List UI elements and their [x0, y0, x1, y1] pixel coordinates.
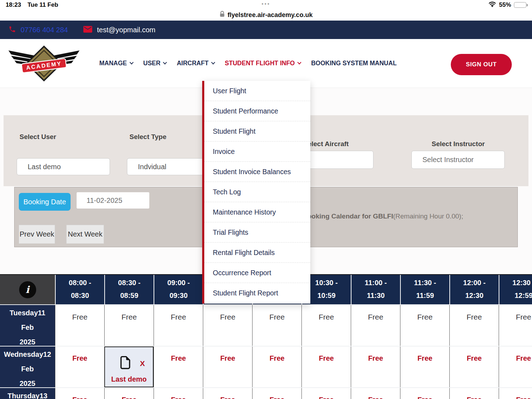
phone-link[interactable]: 07766 404 284 — [9, 26, 68, 34]
calendar-row-wednesday: Wednesday12Feb2025 Free X Last demo Free… — [0, 346, 532, 387]
student-flight-info-dropdown: User Flight Student Performance Student … — [202, 81, 310, 304]
slot-cell[interactable]: Free — [154, 388, 203, 399]
email-address[interactable]: test@yopmail.com — [97, 26, 155, 34]
slot-cell[interactable]: Free — [499, 305, 532, 346]
booking-date-button[interactable]: Booking Date — [19, 193, 71, 211]
nav-user[interactable]: USER — [143, 60, 167, 67]
dropdown-item-occurrence-report[interactable]: Occurrence Report — [204, 263, 310, 283]
dropdown-item-user-flight[interactable]: User Flight — [204, 81, 310, 101]
info-header-cell: i — [0, 275, 55, 304]
slot-cell[interactable]: Free — [400, 305, 449, 346]
dropdown-item-student-performance[interactable]: Student Performance — [204, 101, 310, 121]
slot-cell[interactable]: Free — [301, 388, 351, 399]
slot-cell[interactable]: Free — [154, 347, 203, 387]
select-aircraft-input[interactable] — [300, 151, 373, 169]
select-user-input[interactable] — [17, 158, 110, 175]
dropdown-item-trial-flights[interactable]: Trial Flights — [204, 222, 310, 243]
time-slot-header: 12:30 -12:59 — [499, 275, 532, 304]
lock-icon — [220, 11, 225, 19]
dropdown-item-invoice[interactable]: Invoice — [204, 142, 310, 162]
slot-cell[interactable]: Free — [301, 347, 351, 387]
slot-cell[interactable]: Free — [55, 388, 104, 399]
prev-week-button[interactable]: Prev Week — [19, 225, 55, 244]
battery-percent: 55% — [499, 1, 511, 9]
slot-cell[interactable]: Free — [499, 388, 532, 399]
day-label-cell: Thursday13Feb2025 — [0, 388, 55, 399]
multitask-dots-icon[interactable]: ••• — [262, 1, 271, 7]
time-slot-header: 08:00 -08:30 — [55, 275, 104, 304]
select-instructor-label: Select Instructor — [432, 140, 485, 148]
contact-bar: 07766 404 284 test@yopmail.com — [0, 21, 532, 39]
sign-out-button[interactable]: SIGN OUT — [451, 54, 512, 75]
slot-cell[interactable]: Free — [154, 305, 203, 346]
select-user-label: Select User — [20, 133, 56, 141]
wifi-icon — [488, 1, 496, 9]
select-instructor-input[interactable] — [411, 151, 505, 169]
slot-cell[interactable]: Free — [55, 347, 104, 387]
dropdown-item-student-flight[interactable]: Student Flight — [204, 121, 310, 142]
booking-date-input[interactable] — [77, 192, 149, 209]
main-nav: MANAGE USER AIRCRAFT STUDENT FLIGHT INFO… — [99, 39, 397, 88]
slot-cell[interactable]: Free — [252, 388, 301, 399]
time-slot-header: 11:30 -11:59 — [400, 275, 449, 304]
slot-cell[interactable]: Free — [203, 388, 252, 399]
slot-cell[interactable]: Free — [104, 305, 154, 346]
slot-cell[interactable]: Free — [203, 347, 252, 387]
ios-status-bar: 18:23 Tue 11 Feb ••• 55% — [0, 0, 532, 10]
info-icon[interactable]: i — [19, 281, 36, 298]
slot-cell[interactable]: Free — [252, 347, 301, 387]
slot-cell[interactable]: Free — [499, 347, 532, 387]
status-time: 18:23 — [6, 1, 21, 9]
booking-cell[interactable]: X Last demo — [104, 347, 154, 387]
day-label-cell: Wednesday12Feb2025 — [0, 347, 55, 387]
dropdown-item-tech-log[interactable]: Tech Log — [204, 182, 310, 202]
email-link[interactable]: test@yopmail.com — [83, 26, 155, 34]
slot-cell[interactable]: Free — [400, 388, 449, 399]
calendar-row-tuesday: Tuesday11Feb2025 Free Free Free Free Fre… — [0, 304, 532, 346]
chevron-down-icon — [298, 60, 301, 64]
slot-cell[interactable]: Free — [449, 347, 499, 387]
nav-manage[interactable]: MANAGE — [99, 60, 133, 67]
slot-cell[interactable]: Free — [351, 305, 400, 346]
slot-cell[interactable]: Free — [400, 347, 449, 387]
slot-cell[interactable]: Free — [351, 347, 400, 387]
document-icon[interactable] — [119, 355, 131, 372]
next-week-button[interactable]: Next Week — [66, 225, 104, 244]
booking-name: Last demo — [111, 375, 146, 383]
dropdown-item-student-invoice-balances[interactable]: Student Invoice Balances — [204, 162, 310, 182]
dropdown-item-student-flight-report[interactable]: Student Flight Report — [204, 283, 310, 303]
slot-cell[interactable]: Free — [301, 305, 351, 346]
app-screen: 18:23 Tue 11 Feb ••• 55% flyelstree.air-… — [0, 0, 532, 399]
slot-cell[interactable]: Free — [203, 305, 252, 346]
time-slot-header: 09:00 -09:30 — [154, 275, 203, 304]
nav-aircraft[interactable]: AIRCRAFT — [177, 60, 214, 67]
calendar-note-aircraft: Booking Calendar for GBLFI — [303, 212, 393, 220]
dropdown-item-rental-flight-details[interactable]: Rental Flight Details — [204, 243, 310, 263]
chevron-down-icon — [163, 60, 167, 64]
time-slot-header: 08:30 -08:59 — [104, 275, 154, 304]
site-url: flyelstree.air-academy.co.uk — [228, 11, 313, 19]
booking-calendar-note: Booking Calendar for GBLFI(Remaining Hou… — [303, 212, 463, 220]
slot-cell[interactable]: Free — [449, 305, 499, 346]
calendar-row-thursday: Thursday13Feb2025 Free Free Free Free Fr… — [0, 387, 532, 399]
slot-cell[interactable]: Free — [449, 388, 499, 399]
cancel-booking-x[interactable]: X — [140, 359, 145, 368]
select-type-label: Select Type — [129, 133, 166, 141]
phone-icon — [9, 26, 16, 34]
slot-cell[interactable]: Free — [104, 388, 154, 399]
battery-icon — [514, 2, 526, 8]
chevron-down-icon — [129, 60, 133, 64]
nav-booking-system-manual[interactable]: BOOKING SYSTEM MANUAL — [311, 60, 397, 67]
academy-logo[interactable]: ACADEMY — [6, 45, 82, 82]
status-date: Tue 11 Feb — [27, 1, 58, 9]
time-slot-header: 11:00 -11:30 — [351, 275, 400, 304]
envelope-icon — [83, 26, 92, 34]
browser-address-bar[interactable]: flyelstree.air-academy.co.uk — [0, 9, 532, 21]
nav-student-flight-info[interactable]: STUDENT FLIGHT INFO — [225, 60, 301, 67]
dropdown-item-maintenance-history[interactable]: Maintenance History — [204, 202, 310, 222]
slot-cell[interactable]: Free — [252, 305, 301, 346]
phone-number[interactable]: 07766 404 284 — [21, 26, 68, 34]
chevron-down-icon — [211, 60, 215, 64]
slot-cell[interactable]: Free — [55, 305, 104, 346]
slot-cell[interactable]: Free — [351, 388, 400, 399]
